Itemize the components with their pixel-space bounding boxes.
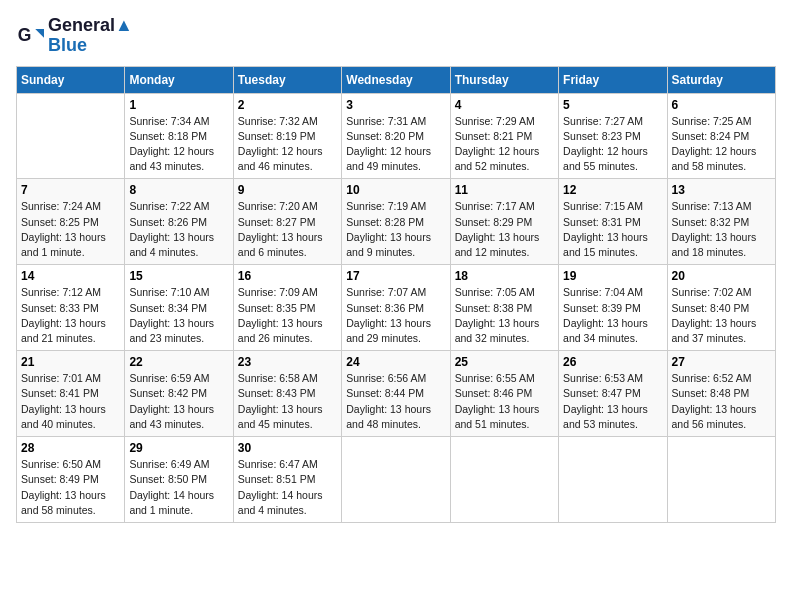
calendar-week-2: 7Sunrise: 7:24 AM Sunset: 8:25 PM Daylig… — [17, 179, 776, 265]
day-number: 6 — [672, 98, 771, 112]
day-number: 14 — [21, 269, 120, 283]
calendar-table: SundayMondayTuesdayWednesdayThursdayFrid… — [16, 66, 776, 523]
calendar-week-1: 1Sunrise: 7:34 AM Sunset: 8:18 PM Daylig… — [17, 93, 776, 179]
day-number: 15 — [129, 269, 228, 283]
day-number: 7 — [21, 183, 120, 197]
calendar-cell: 5Sunrise: 7:27 AM Sunset: 8:23 PM Daylig… — [559, 93, 667, 179]
day-info: Sunrise: 7:32 AM Sunset: 8:19 PM Dayligh… — [238, 114, 337, 175]
day-info: Sunrise: 7:31 AM Sunset: 8:20 PM Dayligh… — [346, 114, 445, 175]
calendar-cell — [450, 437, 558, 523]
day-info: Sunrise: 7:12 AM Sunset: 8:33 PM Dayligh… — [21, 285, 120, 346]
day-info: Sunrise: 6:56 AM Sunset: 8:44 PM Dayligh… — [346, 371, 445, 432]
day-number: 1 — [129, 98, 228, 112]
calendar-cell: 12Sunrise: 7:15 AM Sunset: 8:31 PM Dayli… — [559, 179, 667, 265]
day-info: Sunrise: 7:29 AM Sunset: 8:21 PM Dayligh… — [455, 114, 554, 175]
calendar-week-3: 14Sunrise: 7:12 AM Sunset: 8:33 PM Dayli… — [17, 265, 776, 351]
calendar-cell: 15Sunrise: 7:10 AM Sunset: 8:34 PM Dayli… — [125, 265, 233, 351]
day-info: Sunrise: 6:55 AM Sunset: 8:46 PM Dayligh… — [455, 371, 554, 432]
calendar-cell: 1Sunrise: 7:34 AM Sunset: 8:18 PM Daylig… — [125, 93, 233, 179]
day-info: Sunrise: 6:50 AM Sunset: 8:49 PM Dayligh… — [21, 457, 120, 518]
day-info: Sunrise: 7:34 AM Sunset: 8:18 PM Dayligh… — [129, 114, 228, 175]
day-number: 21 — [21, 355, 120, 369]
calendar-cell: 25Sunrise: 6:55 AM Sunset: 8:46 PM Dayli… — [450, 351, 558, 437]
day-info: Sunrise: 6:52 AM Sunset: 8:48 PM Dayligh… — [672, 371, 771, 432]
day-info: Sunrise: 6:59 AM Sunset: 8:42 PM Dayligh… — [129, 371, 228, 432]
day-info: Sunrise: 7:01 AM Sunset: 8:41 PM Dayligh… — [21, 371, 120, 432]
day-number: 30 — [238, 441, 337, 455]
day-number: 11 — [455, 183, 554, 197]
day-number: 23 — [238, 355, 337, 369]
day-number: 12 — [563, 183, 662, 197]
day-info: Sunrise: 7:17 AM Sunset: 8:29 PM Dayligh… — [455, 199, 554, 260]
header-friday: Friday — [559, 66, 667, 93]
day-info: Sunrise: 7:13 AM Sunset: 8:32 PM Dayligh… — [672, 199, 771, 260]
page-header: G General▲ Blue — [16, 16, 776, 56]
day-number: 28 — [21, 441, 120, 455]
day-info: Sunrise: 7:27 AM Sunset: 8:23 PM Dayligh… — [563, 114, 662, 175]
calendar-cell: 6Sunrise: 7:25 AM Sunset: 8:24 PM Daylig… — [667, 93, 775, 179]
day-number: 13 — [672, 183, 771, 197]
calendar-cell: 7Sunrise: 7:24 AM Sunset: 8:25 PM Daylig… — [17, 179, 125, 265]
day-number: 3 — [346, 98, 445, 112]
calendar-body: 1Sunrise: 7:34 AM Sunset: 8:18 PM Daylig… — [17, 93, 776, 522]
day-number: 19 — [563, 269, 662, 283]
calendar-week-4: 21Sunrise: 7:01 AM Sunset: 8:41 PM Dayli… — [17, 351, 776, 437]
logo-icon: G — [16, 22, 44, 50]
calendar-cell: 9Sunrise: 7:20 AM Sunset: 8:27 PM Daylig… — [233, 179, 341, 265]
day-info: Sunrise: 6:58 AM Sunset: 8:43 PM Dayligh… — [238, 371, 337, 432]
calendar-cell: 14Sunrise: 7:12 AM Sunset: 8:33 PM Dayli… — [17, 265, 125, 351]
calendar-cell — [667, 437, 775, 523]
day-number: 26 — [563, 355, 662, 369]
calendar-cell: 21Sunrise: 7:01 AM Sunset: 8:41 PM Dayli… — [17, 351, 125, 437]
day-number: 20 — [672, 269, 771, 283]
day-info: Sunrise: 6:53 AM Sunset: 8:47 PM Dayligh… — [563, 371, 662, 432]
header-saturday: Saturday — [667, 66, 775, 93]
calendar-header: SundayMondayTuesdayWednesdayThursdayFrid… — [17, 66, 776, 93]
header-tuesday: Tuesday — [233, 66, 341, 93]
calendar-cell: 10Sunrise: 7:19 AM Sunset: 8:28 PM Dayli… — [342, 179, 450, 265]
day-info: Sunrise: 7:22 AM Sunset: 8:26 PM Dayligh… — [129, 199, 228, 260]
day-number: 27 — [672, 355, 771, 369]
day-info: Sunrise: 7:24 AM Sunset: 8:25 PM Dayligh… — [21, 199, 120, 260]
day-number: 16 — [238, 269, 337, 283]
calendar-cell: 29Sunrise: 6:49 AM Sunset: 8:50 PM Dayli… — [125, 437, 233, 523]
svg-text:G: G — [18, 25, 32, 45]
calendar-cell — [559, 437, 667, 523]
day-info: Sunrise: 7:05 AM Sunset: 8:38 PM Dayligh… — [455, 285, 554, 346]
day-number: 4 — [455, 98, 554, 112]
day-info: Sunrise: 7:20 AM Sunset: 8:27 PM Dayligh… — [238, 199, 337, 260]
header-monday: Monday — [125, 66, 233, 93]
calendar-cell: 23Sunrise: 6:58 AM Sunset: 8:43 PM Dayli… — [233, 351, 341, 437]
day-number: 10 — [346, 183, 445, 197]
logo: G General▲ Blue — [16, 16, 133, 56]
day-info: Sunrise: 7:19 AM Sunset: 8:28 PM Dayligh… — [346, 199, 445, 260]
day-info: Sunrise: 7:25 AM Sunset: 8:24 PM Dayligh… — [672, 114, 771, 175]
calendar-cell — [17, 93, 125, 179]
calendar-cell — [342, 437, 450, 523]
day-number: 25 — [455, 355, 554, 369]
day-number: 29 — [129, 441, 228, 455]
calendar-cell: 26Sunrise: 6:53 AM Sunset: 8:47 PM Dayli… — [559, 351, 667, 437]
calendar-cell: 30Sunrise: 6:47 AM Sunset: 8:51 PM Dayli… — [233, 437, 341, 523]
calendar-cell: 20Sunrise: 7:02 AM Sunset: 8:40 PM Dayli… — [667, 265, 775, 351]
day-info: Sunrise: 6:49 AM Sunset: 8:50 PM Dayligh… — [129, 457, 228, 518]
calendar-cell: 4Sunrise: 7:29 AM Sunset: 8:21 PM Daylig… — [450, 93, 558, 179]
day-number: 24 — [346, 355, 445, 369]
day-number: 9 — [238, 183, 337, 197]
svg-marker-1 — [35, 29, 44, 38]
calendar-cell: 22Sunrise: 6:59 AM Sunset: 8:42 PM Dayli… — [125, 351, 233, 437]
day-number: 2 — [238, 98, 337, 112]
calendar-cell: 17Sunrise: 7:07 AM Sunset: 8:36 PM Dayli… — [342, 265, 450, 351]
calendar-week-5: 28Sunrise: 6:50 AM Sunset: 8:49 PM Dayli… — [17, 437, 776, 523]
calendar-cell: 24Sunrise: 6:56 AM Sunset: 8:44 PM Dayli… — [342, 351, 450, 437]
header-sunday: Sunday — [17, 66, 125, 93]
calendar-cell: 3Sunrise: 7:31 AM Sunset: 8:20 PM Daylig… — [342, 93, 450, 179]
day-info: Sunrise: 7:02 AM Sunset: 8:40 PM Dayligh… — [672, 285, 771, 346]
calendar-cell: 13Sunrise: 7:13 AM Sunset: 8:32 PM Dayli… — [667, 179, 775, 265]
day-number: 18 — [455, 269, 554, 283]
calendar-cell: 16Sunrise: 7:09 AM Sunset: 8:35 PM Dayli… — [233, 265, 341, 351]
day-info: Sunrise: 7:04 AM Sunset: 8:39 PM Dayligh… — [563, 285, 662, 346]
day-number: 22 — [129, 355, 228, 369]
calendar-cell: 2Sunrise: 7:32 AM Sunset: 8:19 PM Daylig… — [233, 93, 341, 179]
day-number: 17 — [346, 269, 445, 283]
